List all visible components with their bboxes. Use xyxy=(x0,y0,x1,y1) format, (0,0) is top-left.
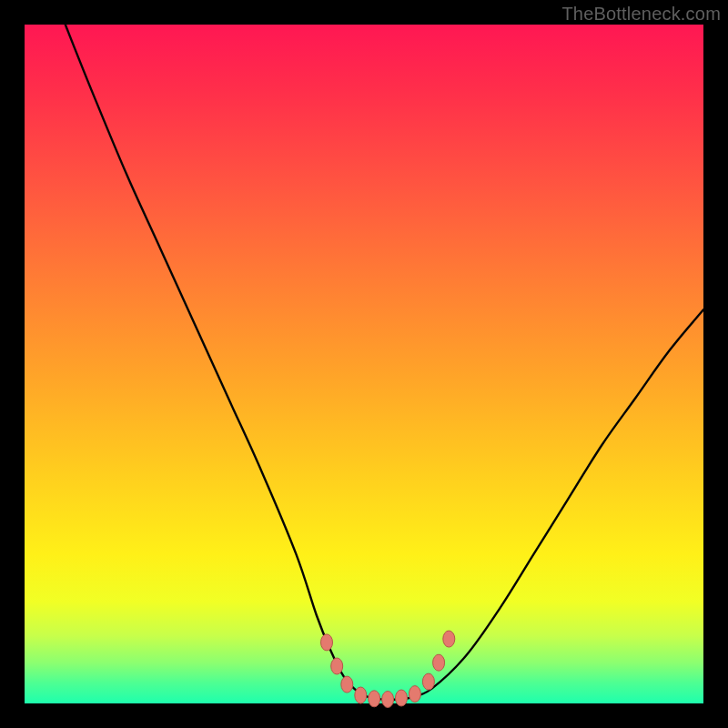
curve-marker xyxy=(433,654,445,671)
curve-layer xyxy=(25,25,703,703)
plot-area xyxy=(25,25,703,703)
curve-marker xyxy=(355,687,367,703)
curve-marker xyxy=(382,692,394,708)
curve-marker xyxy=(321,634,333,651)
curve-marker xyxy=(369,691,380,707)
curve-marker xyxy=(396,690,408,706)
curve-marker xyxy=(422,673,434,690)
curve-marker xyxy=(443,631,455,647)
bottleneck-curve xyxy=(66,25,703,700)
watermark-text: TheBottleneck.com xyxy=(561,4,721,25)
curve-marker xyxy=(409,686,420,703)
curve-marker xyxy=(341,676,353,693)
curve-markers xyxy=(321,631,455,707)
curve-marker xyxy=(331,658,343,674)
chart-stage: TheBottleneck.com xyxy=(0,0,728,728)
